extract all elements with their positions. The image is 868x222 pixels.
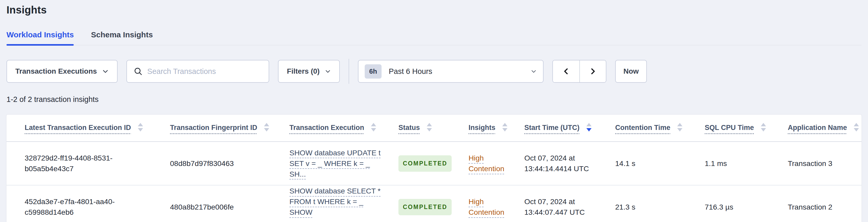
sort-icon [264,123,269,131]
column-header-label: Status [398,124,420,131]
insight-link[interactable]: High Contention [468,197,504,216]
column-header-insights[interactable]: Insights [468,115,524,141]
chevron-down-icon [102,68,109,75]
sort-icon [677,123,682,131]
prev-time-button[interactable] [553,60,579,82]
filters-button-label: Filters (0) [287,67,319,75]
time-range-badge: 6h [365,64,381,78]
sort-icon [371,123,376,131]
now-button[interactable]: Now [615,60,647,83]
status-badge: COMPLETED [398,199,452,215]
time-range-dropdown[interactable]: 6h Past 6 Hours [358,60,544,83]
cell-sql-cpu-time: 716.3 µs [705,185,788,222]
cell-contention-time: 21.3 s [615,185,705,222]
column-header-label: SQL CPU Time [705,124,754,131]
cell-insights: High Contention [468,185,524,222]
cell-sql-cpu-time: 1.1 ms [705,141,788,185]
sort-icon [427,123,432,131]
search-input[interactable] [147,67,262,76]
toolbar-divider [349,59,349,84]
results-count: 1-2 of 2 transaction insights [6,95,862,104]
tab-bar: Workload Insights Schema Insights [6,30,862,45]
column-header-label: Contention Time [615,124,671,131]
transaction-execution-link[interactable]: ... [289,218,296,222]
cell-latest-execution-id: 328729d2-ff19-4408-8531-b05a5b4e43c7 [6,141,170,185]
table-row: 328729d2-ff19-4408-8531-b05a5b4e43c7 08d… [6,141,862,185]
column-header-sql-cpu-time[interactable]: SQL CPU Time [705,115,788,141]
column-header-application-name[interactable]: Application Name [788,115,862,141]
chevron-down-icon [325,68,331,74]
cell-status: COMPLETED [398,185,468,222]
cell-fingerprint-id: 480a8b217be006fe [170,185,289,222]
cell-start-time: Oct 07, 2024 at 13:44:07.447 UTC [524,185,615,222]
next-time-button[interactable] [579,60,606,82]
column-header-transaction-execution[interactable]: Transaction Execution [289,115,398,141]
page-title: Insights [6,0,862,16]
cell-status: COMPLETED [398,141,468,185]
view-type-dropdown-label: Transaction Executions [15,67,97,75]
sort-icon [761,123,766,131]
column-header-label: Start Time (UTC) [524,124,580,131]
cell-application-name: Transaction 3 [788,141,862,185]
time-range-label: Past 6 Hours [389,67,524,76]
view-type-dropdown[interactable]: Transaction Executions [6,60,118,83]
search-icon [134,67,143,76]
tab-schema-insights[interactable]: Schema Insights [91,30,153,45]
column-header-transaction-fingerprint-id[interactable]: Transaction Fingerprint ID [170,115,289,141]
insights-table-card: Latest Transaction Execution ID Transact… [6,115,862,222]
transaction-execution-link[interactable]: FROM t WHERE k = _ SHOW [289,196,387,218]
column-header-label: Transaction Execution [289,124,364,131]
cell-fingerprint-id: 08d8b7d97f830463 [170,141,289,185]
sort-icon [502,123,507,131]
cell-insights: High Contention [468,141,524,185]
sort-icon [586,123,592,131]
now-button-label: Now [623,67,639,75]
column-header-label: Application Name [788,124,847,131]
cell-contention-time: 14.1 s [615,141,705,185]
time-range-nav [552,60,607,83]
cell-transaction-execution: SHOW database SELECT * FROM t WHERE k = … [289,185,398,222]
column-header-label: Latest Transaction Execution ID [25,124,131,131]
filters-button[interactable]: Filters (0) [278,60,340,83]
sort-icon [854,123,859,131]
toolbar: Transaction Executions Filters (0) 6h Pa… [6,59,862,84]
transaction-execution-link[interactable]: SHOW database SELECT * [289,186,380,196]
chevron-down-icon [531,68,537,74]
insight-link[interactable]: High Contention [468,154,504,173]
column-header-contention-time[interactable]: Contention Time [615,115,705,141]
status-badge: COMPLETED [398,155,452,172]
column-header-start-time[interactable]: Start Time (UTC) [524,115,615,141]
column-header-label: Insights [468,124,496,131]
sort-icon [138,123,143,131]
cell-transaction-execution: SHOW database UPDATE t SET v = _ WHERE k… [289,141,398,185]
cell-latest-execution-id: 452da3e7-e7fa-4801-aa40-c59988d14eb6 [6,185,170,222]
cell-application-name: Transaction 2 [788,185,862,222]
column-header-status[interactable]: Status [398,115,468,141]
table-header-row: Latest Transaction Execution ID Transact… [6,115,862,141]
column-header-label: Transaction Fingerprint ID [170,124,257,131]
search-box [126,60,269,83]
tab-workload-insights[interactable]: Workload Insights [6,30,74,45]
chevron-left-icon [562,67,570,75]
transaction-execution-link[interactable]: SET v = _ WHERE k = _ SH... [289,158,387,180]
column-header-latest-transaction-execution-id[interactable]: Latest Transaction Execution ID [6,115,170,141]
table-row: 452da3e7-e7fa-4801-aa40-c59988d14eb6 480… [6,185,862,222]
insights-table: Latest Transaction Execution ID Transact… [6,115,862,222]
cell-start-time: Oct 07, 2024 at 13:44:14.4414 UTC [524,141,615,185]
transaction-execution-link[interactable]: SHOW database UPDATE t [289,148,380,158]
chevron-right-icon [589,67,597,75]
